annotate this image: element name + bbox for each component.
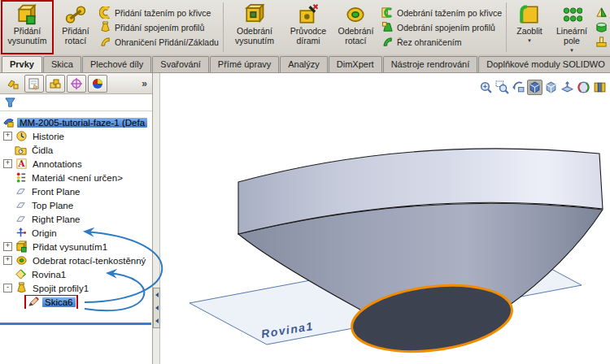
menu-item-label: Odebrání tažením po křivce: [397, 8, 502, 18]
tree-item-p-idat-vysunut-m1[interactable]: +Přidat vysunutím1: [0, 240, 152, 254]
tree-item-label: Right Plane: [29, 214, 82, 224]
tab-dimxpert[interactable]: DimXpert: [329, 56, 382, 72]
collapse-toggle[interactable]: -: [3, 284, 12, 292]
zoom-fit-button[interactable]: [478, 80, 494, 95]
p-id-n-ta-en-m-po-k-ivce-menu-item[interactable]: Přidání tažením po křivce: [98, 6, 220, 20]
section-view-button[interactable]: [560, 80, 575, 95]
rib-icon: [595, 36, 608, 48]
previous-view-icon: [512, 80, 525, 94]
tab-skica[interactable]: Skica: [43, 56, 81, 72]
linear-pattern-icon: [561, 4, 582, 25]
panel-overflow-chevron[interactable]: »: [142, 78, 149, 89]
odebr-n-ta-en-m-po-k-ivce-menu-item[interactable]: Odebrání tažením po křivce: [380, 6, 503, 20]
pr-vodce-d-rami-button[interactable]: Průvodce dírami: [284, 0, 333, 54]
button-label: Odebrání rotací: [335, 27, 377, 46]
boundary-cut-icon: [381, 36, 394, 48]
tree-item-right-plane[interactable]: Right Plane: [0, 212, 152, 226]
view-orientation-icon: [528, 80, 542, 94]
tab-prvky[interactable]: Prvky: [2, 56, 42, 72]
tree-item-top-plane[interactable]: Top Plane: [0, 198, 152, 212]
history-icon: [15, 130, 28, 143]
tree-item-materi-l-nen-ur-en[interactable]: Materiál <není určen>: [0, 171, 152, 184]
tab-p-m-pravy[interactable]: Přímé úpravy: [210, 56, 279, 72]
odebr-n-vysunut-m-button[interactable]: Odebrání vysunutím: [225, 0, 284, 54]
tab-plechov-d-ly[interactable]: Plechové díly: [82, 56, 151, 72]
ez-ohrani-en-m-menu-item[interactable]: Řez ohraničením: [380, 35, 503, 49]
hide-show-button[interactable]: [592, 80, 608, 95]
tree-item-idla[interactable]: Čidla: [0, 143, 152, 157]
tab-n-stroje-rendrov-n[interactable]: Nástroje rendrování: [383, 56, 478, 72]
tab-anal-zy[interactable]: Analýzy: [280, 56, 328, 72]
tree-item-label: Front Plane: [29, 187, 82, 197]
configuration-manager-tab-button[interactable]: [46, 75, 65, 93]
odebr-n-spojen-m-profil-menu-item[interactable]: Odebrání spojením profilů: [380, 20, 503, 34]
hole-wizard-icon: [298, 4, 319, 25]
draft-menu-item[interactable]: [594, 6, 609, 20]
rollback-bar[interactable]: [0, 323, 151, 325]
p-id-n-spojen-m-profil-menu-item[interactable]: Přidání spojením profilů: [98, 20, 220, 34]
expand-toggle[interactable]: +: [3, 242, 12, 251]
menu-item-label: Přidání tažením po křivce: [115, 8, 211, 18]
collapse-arrow-icon: [155, 306, 159, 310]
part-icon: [2, 116, 15, 129]
tree-item-origin[interactable]: Origin: [0, 226, 152, 240]
svg-text:A: A: [17, 158, 25, 168]
dropdown-caret-icon[interactable]: ▼: [569, 48, 574, 53]
tree-item-historie[interactable]: +Historie: [0, 129, 152, 143]
dimxpert-manager-tab-button[interactable]: [67, 75, 86, 93]
dimxpert-manager-icon: [70, 77, 83, 90]
boss-extrude-icon: [15, 240, 28, 254]
display-manager-tab-button[interactable]: [88, 75, 107, 93]
panel-splitter[interactable]: [153, 73, 160, 364]
p-id-n-rotac-button[interactable]: Přidání rotací: [54, 0, 97, 54]
tree-item-mm-2005-tutorial-faze-1-defa[interactable]: MM-2005-tutorial-faze-1 (Defa: [0, 115, 152, 129]
ribbon-small-column: [593, 0, 610, 54]
tree-item-rovina1[interactable]: Rovina1: [0, 267, 152, 281]
boss-extrude-icon: [16, 4, 37, 25]
tree-item-spojit-profily1[interactable]: -Spojit profily1: [0, 281, 152, 295]
lofted-cut-icon: [381, 21, 394, 33]
ohrani-en-p-id-n-z-kladu-menu-item[interactable]: Ohraničení Přidání/Základu: [98, 35, 220, 49]
origin-icon: [14, 227, 27, 240]
filter-funnel-icon[interactable]: [3, 96, 16, 109]
tutorial-highlight-box: Skica6: [24, 295, 78, 309]
line-rn-pole-button[interactable]: Lineární pole▼: [551, 0, 593, 54]
panel-collapse-grip[interactable]: [153, 288, 160, 328]
hide-show-icon: [593, 80, 607, 94]
heads-up-view-toolbar: [478, 80, 608, 95]
odebr-n-rotac-button[interactable]: Odebrání rotací: [333, 0, 379, 54]
button-label: Zaoblit: [516, 27, 542, 37]
tree-item-annotations[interactable]: +AAnnotations: [0, 157, 152, 171]
expand-toggle[interactable]: +: [3, 159, 12, 168]
feature-tree-tab-button[interactable]: [3, 75, 23, 93]
shell-menu-item[interactable]: [594, 20, 609, 34]
zoom-area-button[interactable]: [495, 80, 510, 95]
boundary-boss-icon: [99, 36, 111, 48]
dropdown-caret-icon[interactable]: ▼: [527, 38, 532, 43]
rib-menu-item[interactable]: [594, 35, 609, 49]
view-orientation-button[interactable]: [527, 80, 542, 95]
tab-sva-ov-n[interactable]: Svařování: [152, 56, 209, 72]
p-id-n-vysunut-m-button[interactable]: Přidání vysunutím: [1, 0, 54, 54]
expand-toggle[interactable]: +: [3, 256, 12, 265]
menu-item-label: Přidání spojením profilů: [115, 23, 204, 32]
command-manager-ribbon: Přidání vysunutímPřidání rotacíPřidání t…: [0, 0, 610, 55]
appearance-button[interactable]: [576, 80, 591, 95]
swept-cut-icon: [381, 6, 394, 19]
expand-toggle[interactable]: +: [3, 132, 12, 141]
tree-item-odebrat-rotac-tenkost-nn[interactable]: +Odebrat rotací-tenkostěnný: [0, 254, 152, 267]
zaoblit-button[interactable]: Zaoblit▼: [508, 0, 551, 54]
tree-item-label: MM-2005-tutorial-faze-1 (Defa: [17, 118, 147, 128]
graphics-viewport[interactable]: Rovina1: [161, 73, 610, 364]
configuration-manager-icon: [49, 77, 62, 90]
button-label: Průvodce dírami: [286, 27, 330, 46]
revolved-cut-icon: [345, 4, 366, 25]
tree-item-label: Materiál <není určen>: [29, 173, 125, 183]
tab-dopl-kov-moduly-solidwo[interactable]: Doplňkové moduly SOLIDWO: [478, 56, 610, 72]
display-style-button[interactable]: [543, 80, 559, 95]
property-manager-tab-button[interactable]: [24, 75, 44, 93]
tree-item-front-plane[interactable]: Front Plane: [0, 184, 152, 198]
previous-view-button[interactable]: [511, 80, 526, 95]
plane-icon: [14, 199, 27, 212]
tree-item-skica6[interactable]: Skica6: [0, 295, 152, 309]
